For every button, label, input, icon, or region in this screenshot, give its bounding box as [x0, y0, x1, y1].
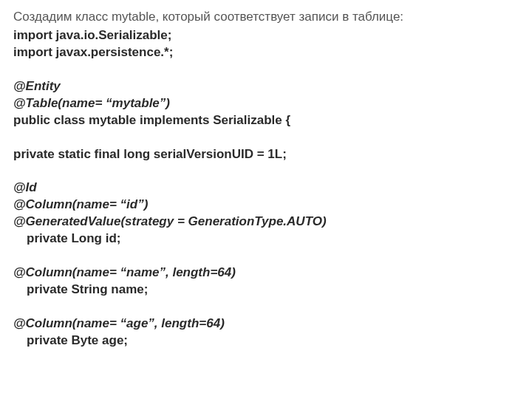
code-line [13, 61, 519, 78]
code-line: @Entity [13, 78, 519, 95]
code-line: private Byte age; [13, 332, 519, 349]
code-line: private String name; [13, 282, 519, 299]
code-line: private Long id; [13, 231, 519, 248]
code-block: import java.io.Serializable;import javax… [13, 27, 519, 349]
intro-text: Создадим класс mytable, который соответс… [13, 9, 519, 26]
code-line: public class mytable implements Serializ… [13, 112, 519, 129]
code-line [13, 129, 519, 146]
code-line: @Table(name= “mytable”) [13, 95, 519, 112]
code-line [13, 163, 519, 180]
code-line [13, 248, 519, 265]
code-line: import java.io.Serializable; [13, 27, 519, 44]
code-line: @Id [13, 180, 519, 197]
code-line: private static final long serialVersionU… [13, 146, 519, 163]
code-line: @GeneratedValue(strategy = GenerationTyp… [13, 214, 519, 231]
code-line: import javax.persistence.*; [13, 44, 519, 61]
code-line [13, 299, 519, 316]
code-line: @Column(name= “id”) [13, 197, 519, 214]
code-line: @Column(name= “name”, length=64) [13, 265, 519, 282]
code-line: @Column(name= “age”, length=64) [13, 316, 519, 332]
